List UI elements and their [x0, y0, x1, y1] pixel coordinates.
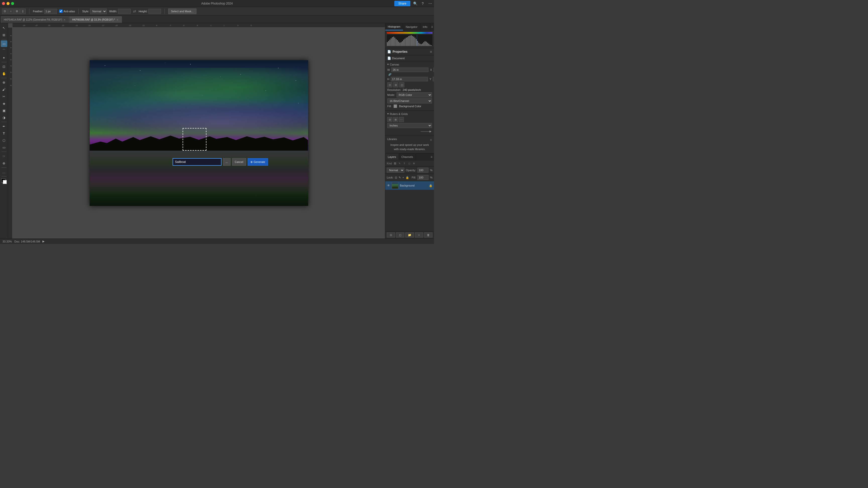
link-icon[interactable]: 🔗	[387, 73, 392, 76]
crop-tool-btn[interactable]: ⊡	[1, 63, 7, 70]
eraser-tool-btn[interactable]: ◈	[1, 100, 7, 107]
fill-color-swatch[interactable]	[394, 104, 397, 108]
marquee-rect-icon[interactable]: ⊡	[2, 8, 7, 14]
help-icon[interactable]: ?	[420, 1, 426, 6]
canvas-height-row: H Y	[387, 77, 432, 82]
heal-tool-btn[interactable]: ⊕	[1, 79, 7, 86]
delete-layer-btn[interactable]: 🗑	[424, 232, 433, 237]
bits-select[interactable]: 16 Bits/Channel	[387, 98, 432, 103]
filter-shape-icon[interactable]: ◻	[407, 161, 411, 165]
path-tool-btn[interactable]: ⬡	[1, 137, 7, 143]
tab-navigator[interactable]: Navigator	[403, 23, 420, 30]
close-button[interactable]	[2, 2, 5, 5]
tab-hkp[interactable]: HKP86086.RAF @ 33.3% (RGB/16*) * ✕	[69, 16, 122, 23]
background-color[interactable]	[3, 180, 7, 184]
blend-mode-select[interactable]: Normal	[387, 168, 404, 173]
status-arrow[interactable]: ▶	[42, 240, 44, 243]
pen-tool-btn[interactable]: ✒	[1, 123, 7, 130]
color-swatches[interactable]	[1, 178, 7, 184]
maximize-button[interactable]	[11, 2, 14, 5]
tab-channels[interactable]: Channels	[399, 153, 416, 160]
marquee-row-icon[interactable]: ⊟	[14, 8, 20, 14]
eyedrop-tool-btn[interactable]: ✋	[1, 70, 7, 77]
move-tool-btn[interactable]: ↖	[1, 25, 7, 31]
ruler-btn-3[interactable]: ⋯	[399, 117, 404, 122]
marquee-col-icon[interactable]: ▯	[20, 8, 26, 14]
swap-icon[interactable]: ⇄	[133, 9, 136, 13]
dodge-tool-btn[interactable]: ◑	[1, 114, 7, 121]
window-controls[interactable]	[2, 2, 14, 5]
cancel-button[interactable]: Cancel	[232, 158, 246, 166]
marquee-ellipse-icon[interactable]: ○	[8, 8, 13, 14]
canvas-height-input[interactable]	[391, 77, 428, 82]
tab-info[interactable]: Info	[420, 23, 430, 30]
select-and-mask-button[interactable]: Select and Mask...	[168, 8, 197, 14]
add-adjustment-btn[interactable]: ⊙	[387, 232, 395, 237]
gen-fill-more-btn[interactable]: ...	[223, 158, 230, 166]
lock-pixel-icon[interactable]: ⊡	[395, 176, 397, 179]
canvas-image[interactable]: ... Cancel ⊕ Generate	[90, 60, 308, 206]
canvas-y-input[interactable]	[433, 77, 434, 82]
anti-alias-option[interactable]: Anti-alias	[59, 9, 75, 13]
properties-menu-icon[interactable]: ≡	[430, 50, 432, 54]
add-library-btn[interactable]: +	[430, 138, 432, 142]
height-input[interactable]	[149, 9, 161, 14]
units-select[interactable]: Inches	[387, 123, 432, 128]
filter-smart-icon[interactable]: ⚙	[412, 161, 416, 165]
filter-type-icon[interactable]: T	[402, 161, 406, 165]
lasso-tool-btn[interactable]: ⌒	[1, 47, 7, 54]
canvas-width-input[interactable]	[391, 68, 429, 72]
add-group-btn[interactable]: 📁	[405, 232, 414, 237]
add-mask-btn[interactable]: ◻	[396, 232, 404, 237]
tab-hkps[interactable]: HKPS4614.RAF @ 112% (Generative Fill, RG…	[1, 16, 69, 23]
minimize-button[interactable]	[6, 2, 9, 5]
filter-adjustment-icon[interactable]: ✎	[398, 161, 402, 165]
lock-artboard-icon[interactable]: +	[402, 176, 404, 179]
anti-alias-checkbox[interactable]	[59, 9, 63, 13]
ruler-btn-1[interactable]: ⊟	[387, 117, 392, 122]
add-layer-btn[interactable]: +	[415, 232, 423, 237]
brush-tool-btn[interactable]: 🖌	[1, 86, 7, 93]
filter-pixel-icon[interactable]: 🖼	[393, 161, 397, 165]
style-select[interactable]: Normal	[90, 8, 107, 14]
layers-menu-icon[interactable]: ≡	[429, 153, 434, 160]
layer-visibility-icon[interactable]: 👁	[387, 184, 390, 187]
canvas-x-input[interactable]	[434, 68, 434, 72]
mode-select[interactable]: RGB Color	[397, 92, 432, 97]
generative-fill-input[interactable]	[173, 158, 221, 166]
search-icon[interactable]: 🔍	[412, 1, 418, 6]
tab-hkp-close[interactable]: ✕	[117, 19, 119, 21]
share-button[interactable]: Share	[394, 1, 410, 6]
more-icon[interactable]: ⋯	[428, 1, 433, 6]
feather-input[interactable]	[44, 9, 57, 14]
tab-layers[interactable]: Layers	[385, 153, 399, 160]
canvas-size-btn-2[interactable]: ⊟	[393, 82, 398, 87]
ruler-btn-2[interactable]: ⊞	[393, 117, 398, 122]
canvas-size-btn-1[interactable]: ⊡	[387, 82, 392, 87]
lock-all-icon[interactable]: 🔒	[406, 176, 409, 179]
artboard-tool-btn[interactable]: ⊞	[1, 32, 7, 38]
zoom-tool-btn[interactable]: ⊕	[1, 160, 7, 166]
lock-position-icon[interactable]: ✎	[399, 176, 401, 179]
type-tool-btn[interactable]: T	[1, 130, 7, 136]
tab-hkps-close[interactable]: ✕	[64, 19, 66, 21]
canvas-content[interactable]: ... Cancel ⊕ Generate	[12, 28, 385, 238]
panel-options-icon[interactable]: ≡	[430, 23, 434, 30]
rulers-chevron[interactable]: ▾	[387, 112, 389, 116]
gradient-tool-btn[interactable]: ▣	[1, 107, 7, 114]
shape-tool-btn[interactable]: ▭	[1, 144, 7, 151]
canvas-size-btn-3[interactable]: ◫	[399, 82, 404, 87]
generate-button[interactable]: ⊕ Generate	[248, 158, 268, 166]
stamp-tool-btn[interactable]: ✂	[1, 93, 7, 100]
fill-input[interactable]	[417, 175, 429, 180]
ruler-mark: -27	[35, 25, 38, 26]
wand-tool-btn[interactable]: ✦	[1, 55, 7, 61]
marquee-tool-btn[interactable]: ▭	[1, 40, 7, 47]
hand-tool-btn[interactable]: ☞	[1, 153, 7, 159]
opacity-input[interactable]	[417, 168, 429, 173]
tab-histogram[interactable]: Histogram	[385, 23, 403, 30]
more-tools-btn[interactable]: …	[1, 169, 7, 175]
canvas-chevron[interactable]: ▾	[387, 63, 389, 66]
layer-item-background[interactable]: 👁 Background 🔒	[385, 181, 434, 190]
width-input[interactable]	[118, 9, 131, 14]
